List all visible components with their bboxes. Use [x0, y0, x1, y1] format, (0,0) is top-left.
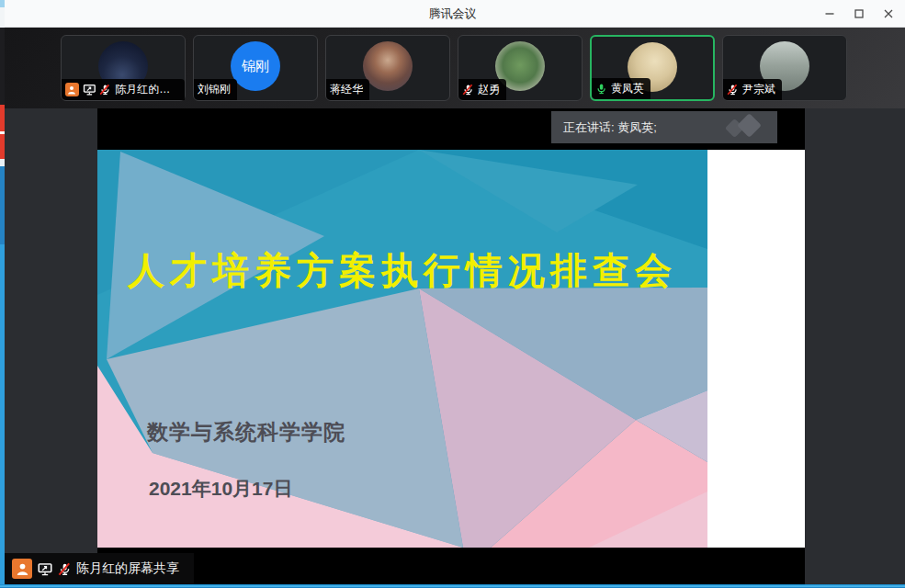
participant-tile[interactable]: 尹宗斌	[722, 35, 847, 101]
window-controls	[815, 0, 903, 28]
background-window-sliver	[0, 244, 5, 588]
avatar-initials: 锦刚	[242, 58, 269, 75]
share-status-banner: 陈月红的屏幕共享	[5, 553, 194, 584]
screen-share-view: 人才培养方案执行情况排查会 数学与系统科学学院 2021年10月17日	[97, 108, 805, 584]
participant-tile[interactable]: 赵勇	[458, 35, 583, 101]
participant-tile[interactable]: 锦刚 刘锦刚	[193, 35, 318, 101]
participant-filmstrip: 陈月红的屏... 锦刚 刘锦刚 蒋经华	[5, 28, 905, 108]
share-status-text: 陈月红的屏幕共享	[76, 560, 179, 577]
participant-name: 蒋经华	[330, 82, 363, 97]
participant-name: 赵勇	[478, 82, 500, 97]
mic-active-icon	[595, 83, 607, 95]
participant-name: 陈月红的屏...	[115, 82, 178, 97]
tencent-meeting-window: 腾讯会议 陈月红的屏...	[0, 0, 905, 588]
screen-share-icon	[37, 562, 53, 576]
close-icon	[883, 8, 894, 19]
slide-title: 人才培养方案执行情况排查会	[97, 245, 707, 296]
background-window-sliver	[0, 28, 5, 105]
background-window-sliver	[0, 166, 5, 244]
maximize-icon	[854, 8, 865, 19]
close-button[interactable]	[874, 0, 903, 28]
background-window-sliver	[0, 105, 5, 131]
participant-name: 黄凤英	[611, 81, 644, 96]
slide-institution: 数学与系统科学学院	[147, 418, 345, 447]
mic-muted-icon	[99, 84, 111, 96]
mic-muted-icon	[462, 84, 474, 96]
background-window-edge-left	[0, 0, 5, 588]
slide-date: 2021年10月17日	[149, 476, 292, 502]
background-window-sliver	[0, 159, 5, 166]
participant-name: 刘锦刚	[198, 82, 231, 97]
presenter-badge-icon	[12, 559, 32, 579]
participant-label: 刘锦刚	[194, 79, 237, 100]
mic-muted-icon	[727, 84, 739, 96]
maximize-button[interactable]	[844, 0, 874, 28]
active-speaker-toast: 正在讲话: 黄凤英;	[551, 111, 777, 143]
minimize-icon	[824, 8, 835, 19]
background-window-sliver	[0, 0, 5, 7]
participant-label: 陈月红的屏...	[62, 79, 185, 100]
screen-share-icon	[83, 84, 96, 96]
active-speaker-text: 正在讲话: 黄凤英;	[563, 119, 720, 136]
avatar: 锦刚	[231, 41, 280, 91]
presenter-badge-icon	[65, 83, 79, 96]
avatar	[363, 41, 413, 91]
participant-label: 尹宗斌	[723, 79, 782, 100]
tencent-meeting-logo-watermark	[720, 114, 768, 141]
background-window-edge-bottom	[0, 584, 905, 588]
participant-tile-active-speaker[interactable]: 黄凤英	[590, 35, 715, 101]
window-title: 腾讯会议	[0, 0, 905, 28]
shared-slide: 人才培养方案执行情况排查会 数学与系统科学学院 2021年10月17日	[97, 150, 805, 548]
participant-tile[interactable]: 蒋经华	[325, 35, 450, 101]
minimize-button[interactable]	[815, 0, 844, 28]
meeting-stage: 人才培养方案执行情况排查会 数学与系统科学学院 2021年10月17日 正在讲话…	[5, 108, 905, 584]
participant-label: 赵勇	[458, 79, 506, 100]
mic-muted-icon	[58, 562, 72, 576]
background-window-sliver	[0, 134, 5, 159]
participant-label: 蒋经华	[326, 79, 369, 100]
titlebar[interactable]: 腾讯会议	[0, 0, 905, 28]
background-window-sliver	[0, 7, 5, 28]
participant-label: 黄凤英	[592, 78, 650, 99]
participant-tile[interactable]: 陈月红的屏...	[61, 35, 186, 101]
participant-name: 尹宗斌	[742, 82, 775, 97]
